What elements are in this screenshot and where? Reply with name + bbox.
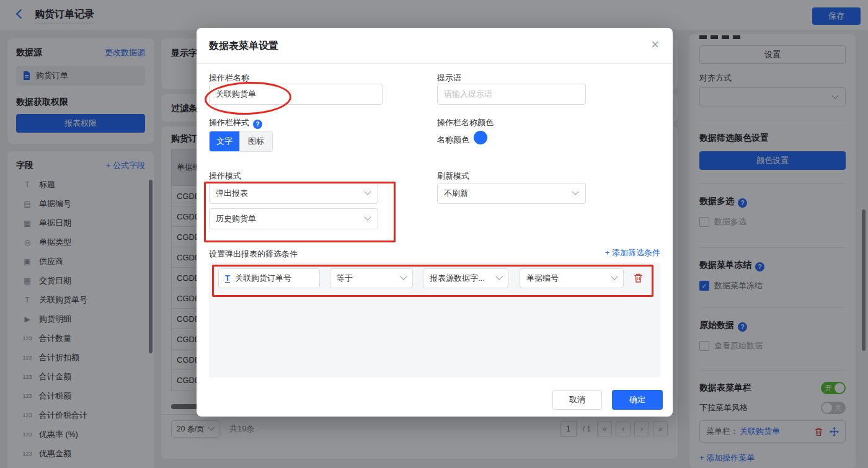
app-screen: 购货订单记录 保存 数据源 更改数据源 购货订单 数据获取权限 报表权限 字段 … <box>0 0 868 468</box>
chevron-down-icon <box>400 273 407 280</box>
text-type-icon: T <box>225 274 230 283</box>
tip-input[interactable]: 请输入提示语 <box>437 84 586 105</box>
style-segmented-control: 文字 图标 <box>209 131 273 152</box>
chevron-down-icon <box>364 214 371 221</box>
modal-header: 数据表菜单设置 × <box>197 28 673 64</box>
confirm-button[interactable]: 确定 <box>612 390 663 410</box>
filter-conditions-panel: T 关联购货订单号 等于 报表源数据字... 单据编号 <box>209 262 660 377</box>
style-option-text[interactable]: 文字 <box>210 131 239 151</box>
name-color-label: 操作栏名称颜色 <box>437 117 494 128</box>
table-menu-settings-modal: 数据表菜单设置 × 操作栏名称 关联购货单 提示语 请输入提示语 操作栏样式? … <box>197 28 673 417</box>
mode-select-1[interactable]: 弹出报表 <box>209 183 378 204</box>
name-color-text: 名称颜色 <box>437 135 469 146</box>
mode-label: 操作模式 <box>209 170 241 182</box>
color-swatch[interactable] <box>474 131 487 144</box>
filter-field-box[interactable]: T 关联购货订单号 <box>218 268 320 288</box>
filter-section-title: 设置弹出报表的筛选条件 <box>209 249 298 260</box>
chevron-down-icon <box>572 188 578 195</box>
chevron-down-icon <box>495 273 502 280</box>
action-name-input[interactable]: 关联购货单 <box>209 84 383 105</box>
style-label-row: 操作栏样式? <box>209 117 262 129</box>
help-icon[interactable]: ? <box>253 120 262 129</box>
chevron-down-icon <box>611 273 618 280</box>
action-name-label: 操作栏名称 <box>209 73 249 84</box>
filter-target-select[interactable]: 单据编号 <box>520 268 624 288</box>
style-option-icon[interactable]: 图标 <box>239 131 272 151</box>
filter-source-select[interactable]: 报表源数据字... <box>423 268 508 288</box>
add-filter-link[interactable]: + 添加筛选条件 <box>605 247 660 258</box>
mode-select-2[interactable]: 历史购货单 <box>209 208 378 229</box>
refresh-label: 刷新模式 <box>437 170 469 182</box>
filter-operator-select[interactable]: 等于 <box>330 268 413 288</box>
chevron-down-icon <box>364 188 371 195</box>
refresh-select[interactable]: 不刷新 <box>437 183 586 204</box>
tip-label: 提示语 <box>437 73 461 84</box>
modal-title: 数据表菜单设置 <box>209 40 278 53</box>
cancel-button[interactable]: 取消 <box>552 390 602 410</box>
delete-filter-icon[interactable] <box>633 273 644 286</box>
close-icon[interactable]: × <box>651 38 659 51</box>
